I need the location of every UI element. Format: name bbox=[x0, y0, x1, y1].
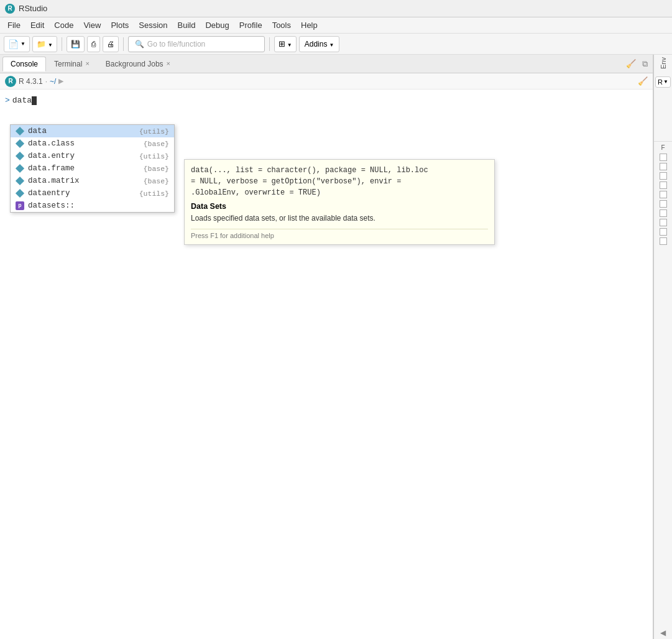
toolbar-sep-1 bbox=[62, 37, 62, 51]
env-section: Env R ▼ bbox=[654, 55, 672, 142]
autocomplete-item-4[interactable]: data.matrix {base} bbox=[11, 175, 174, 187]
maximize-panel-icon[interactable]: ⧉ bbox=[640, 59, 650, 69]
menu-tools[interactable]: Tools bbox=[267, 19, 296, 31]
tab-background-jobs[interactable]: Background Jobs × bbox=[98, 57, 178, 71]
file-row-4[interactable] bbox=[660, 182, 667, 189]
r-version-badge: R R 4.3.1 · ~/ ▶ bbox=[5, 76, 63, 87]
tooltip-title: Data Sets bbox=[191, 202, 488, 211]
ac-name-3: data.frame bbox=[28, 164, 140, 173]
home-link[interactable]: ~/ bbox=[50, 77, 56, 86]
addins-button[interactable]: Addins bbox=[299, 36, 340, 52]
ac-pkg-2: {utils} bbox=[139, 152, 169, 160]
clear-console-icon[interactable]: 🧹 bbox=[622, 59, 640, 68]
file-row-8[interactable] bbox=[660, 219, 667, 226]
save-all-icon: ⎙ bbox=[91, 40, 96, 48]
open-icon: 📁 bbox=[37, 40, 46, 48]
ac-name-0: data bbox=[28, 127, 136, 136]
forward-icon[interactable]: ▶ bbox=[58, 77, 63, 85]
autocomplete-item-1[interactable]: data.class {base} bbox=[11, 137, 174, 150]
file-row-6[interactable] bbox=[660, 200, 667, 208]
autocomplete-item-5[interactable]: dataentry {utils} bbox=[11, 187, 174, 200]
autocomplete-list[interactable]: data {utils} data.class {base} bbox=[10, 124, 175, 213]
ac-icon-3 bbox=[16, 164, 24, 173]
menu-view[interactable]: View bbox=[78, 19, 106, 31]
r-circle-icon: R bbox=[5, 76, 16, 87]
file-row-5[interactable] bbox=[660, 191, 667, 198]
autocomplete-item-0[interactable]: data {utils} bbox=[11, 125, 174, 137]
file-row-1[interactable] bbox=[660, 154, 667, 161]
r-version-text: R 4.3.1 bbox=[19, 77, 43, 86]
menu-edit[interactable]: Edit bbox=[25, 19, 49, 31]
menu-debug[interactable]: Debug bbox=[200, 19, 234, 31]
r-dropdown-icon[interactable]: ▼ bbox=[663, 79, 668, 85]
tooltip-hint: Press F1 for additional help bbox=[191, 229, 488, 239]
menu-profile[interactable]: Profile bbox=[234, 19, 267, 31]
r-button[interactable]: R ▼ bbox=[655, 76, 671, 88]
broom-icon[interactable]: 🧹 bbox=[638, 76, 648, 86]
grid-icon: ⊞ bbox=[278, 39, 285, 48]
func-icon-3 bbox=[16, 164, 24, 173]
ac-pkg-4: {base} bbox=[144, 177, 169, 185]
menu-build[interactable]: Build bbox=[173, 19, 201, 31]
func-icon-1 bbox=[16, 139, 24, 148]
menu-code[interactable]: Code bbox=[49, 19, 78, 31]
sig-line2: = NULL, verbose = getOption("verbose"), … bbox=[191, 176, 488, 187]
tooltip-description: Loads specified data sets, or list the a… bbox=[191, 213, 488, 224]
tab-terminal[interactable]: Terminal × bbox=[46, 57, 98, 71]
tab-terminal-label: Terminal bbox=[54, 60, 82, 68]
console-area[interactable]: > data data {utils} bbox=[0, 90, 653, 639]
print-icon: 🖨 bbox=[107, 40, 114, 48]
ac-pkg-5: {utils} bbox=[139, 190, 169, 198]
open-file-button[interactable]: 📁 bbox=[32, 36, 57, 52]
ac-name-4: data.matrix bbox=[28, 177, 140, 185]
autocomplete-item-6[interactable]: p datasets:: bbox=[11, 200, 174, 212]
save-button[interactable]: 💾 bbox=[67, 36, 85, 52]
tooltip-popup: data(..., list = character(), package = … bbox=[184, 159, 495, 245]
files-section: F bbox=[654, 142, 672, 627]
save-all-button[interactable]: ⎙ bbox=[87, 36, 100, 52]
autocomplete-item-3[interactable]: data.frame {base} bbox=[11, 162, 174, 175]
menu-bar: File Edit Code View Plots Session Build … bbox=[0, 17, 672, 34]
menu-session[interactable]: Session bbox=[134, 19, 172, 31]
search-icon: 🔍 bbox=[135, 40, 144, 48]
app-title: RStudio bbox=[19, 4, 47, 13]
file-row-2[interactable] bbox=[660, 163, 667, 170]
file-row-9[interactable] bbox=[660, 228, 667, 236]
console-input-line[interactable]: > data bbox=[5, 93, 648, 108]
right-panel: Env R ▼ F bbox=[653, 55, 672, 639]
windows-dropdown-icon[interactable] bbox=[287, 40, 292, 48]
ac-pkg-1: {base} bbox=[144, 140, 169, 148]
tab-bgjobs-close[interactable]: × bbox=[167, 60, 170, 67]
menu-help[interactable]: Help bbox=[296, 19, 323, 31]
ac-icon-4 bbox=[16, 177, 24, 185]
tab-bar: Console Terminal × Background Jobs × 🧹 ⧉ bbox=[0, 55, 653, 73]
menu-plots[interactable]: Plots bbox=[106, 19, 134, 31]
new-file-dropdown[interactable] bbox=[21, 41, 25, 47]
go-to-file-input[interactable]: 🔍 Go to file/function bbox=[128, 36, 265, 52]
autocomplete-item-2[interactable]: data.entry {utils} bbox=[11, 150, 174, 162]
console-input-text[interactable]: data bbox=[12, 96, 32, 105]
files-label: F bbox=[661, 144, 665, 151]
ac-icon-5 bbox=[16, 189, 24, 198]
scroll-left-arrow[interactable]: ◀ bbox=[654, 627, 672, 639]
tab-bgjobs-label: Background Jobs bbox=[106, 60, 163, 68]
main-layout: Console Terminal × Background Jobs × 🧹 ⧉… bbox=[0, 55, 672, 639]
console-cursor bbox=[32, 96, 37, 105]
func-icon-4 bbox=[16, 177, 24, 185]
file-row-3[interactable] bbox=[660, 172, 667, 180]
addins-label: Addins bbox=[305, 40, 328, 48]
tab-console[interactable]: Console bbox=[2, 57, 46, 71]
print-button[interactable]: 🖨 bbox=[103, 36, 119, 52]
new-file-button[interactable]: 📄 bbox=[4, 36, 30, 52]
tab-terminal-close[interactable]: × bbox=[85, 60, 89, 67]
file-row-10[interactable] bbox=[660, 237, 667, 245]
menu-file[interactable]: File bbox=[2, 19, 25, 31]
func-icon-5 bbox=[16, 189, 24, 198]
ac-pkg-3: {base} bbox=[144, 165, 169, 173]
windows-button[interactable]: ⊞ bbox=[274, 36, 297, 52]
console-toolbar: R R 4.3.1 · ~/ ▶ 🧹 bbox=[0, 73, 653, 90]
open-dropdown-icon[interactable] bbox=[48, 40, 53, 48]
file-row-7[interactable] bbox=[660, 209, 667, 217]
addins-dropdown-icon bbox=[329, 40, 334, 48]
save-icon: 💾 bbox=[71, 40, 80, 48]
